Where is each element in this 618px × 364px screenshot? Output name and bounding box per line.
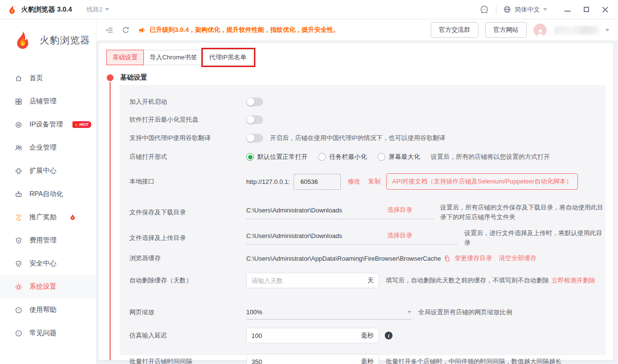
tab-import-chrome-bookmarks[interactable]: 导入Chrome书签 [143, 50, 203, 65]
official-group-button[interactable]: 官方交流群 [431, 22, 478, 38]
radio-label: 默认位置正常打开 [257, 153, 308, 161]
fee-shield-icon: ¥ [14, 237, 23, 245]
main-area: 已升级到3.0.4，架构优化，提升软件性能，指纹优化，提升安全性。 官方交流群 … [97, 19, 618, 364]
divider [496, 6, 496, 14]
robot-icon [14, 190, 23, 198]
api-doc-button[interactable]: API对接文档（支持操作店铺及Selenium/Puppeteer自动化脚本） [386, 173, 578, 190]
minimize-button[interactable] [564, 6, 571, 13]
sidebar-item-security[interactable]: 安全中心 [0, 252, 96, 275]
field-hint: 全局设置所有店铺的网页缩放比例 [418, 308, 512, 317]
sidebar-item-rewards[interactable]: ¥ 推广奖励 ¥ [0, 206, 96, 229]
sidebar-item-home[interactable]: 首页 [0, 67, 96, 90]
globe-icon [503, 5, 511, 14]
row-local-api: 本地接口 http://127.0.0.1: 修改 复制 API对接文档（支持操… [129, 173, 605, 190]
info-tooltip-icon[interactable]: i [385, 332, 393, 339]
collapse-sidebar-icon[interactable] [105, 26, 114, 34]
row-upload-dir: 文件选择及上传目录 C:\Users\Administrator\Downloa… [129, 228, 605, 248]
tab-basic-settings[interactable]: 基础设置 [106, 50, 144, 65]
tab-proxy-ip-blacklist-label: 代理IP黑名单 [209, 54, 246, 61]
refresh-icon[interactable] [122, 26, 130, 34]
row-minimize-tray: 软件打开后最小化至托盘 [129, 115, 605, 124]
chevron-down-icon[interactable] [605, 29, 609, 31]
choose-upload-dir-link[interactable]: 选择目录 [387, 231, 412, 240]
line-selector[interactable]: 线路2 [86, 5, 109, 14]
sidebar: 火豹浏览器 首页 店铺管理 IP设备管理 HOT [0, 19, 97, 364]
local-api-prefix: http://127.0.0.1: [246, 178, 290, 185]
main-header: 已升级到3.0.4，架构优化，提升软件性能，指纹优化，提升安全性。 官方交流群 … [97, 19, 618, 41]
close-button[interactable] [602, 6, 608, 13]
page-zoom-select[interactable]: 100% [246, 305, 411, 320]
download-dir-value: C:\Users\Administrator\Downloads [246, 207, 387, 214]
cache-path-value: C:\Users\Administrator\AppData\Roaming\F… [246, 255, 441, 262]
tab-proxy-ip-blacklist[interactable]: 代理IP黑名单 [203, 50, 253, 65]
detect-delete-link[interactable]: 立即检测并删除 [551, 276, 595, 285]
unit-label: 毫秒 [361, 357, 374, 364]
line-selector-label: 线路2 [86, 5, 102, 14]
modify-port-link[interactable]: 修改 [348, 177, 360, 186]
sidebar-item-label: 费用管理 [29, 236, 56, 245]
field-hint: 批量打开多个店铺时，中间停顿的时间间隔，数值越大间隔越长 [386, 357, 562, 364]
sidebar-item-faq[interactable]: i 常见问题 [0, 322, 96, 345]
support-chat-icon[interactable] [479, 5, 489, 14]
field-label: 文件选择及上传目录 [129, 234, 246, 242]
sidebar-item-system-settings[interactable]: 系统设置 [0, 275, 96, 298]
language-label: 简体中文 [515, 5, 540, 14]
upgrade-notice: 已升级到3.0.4，架构优化，提升软件性能，指纹优化，提升安全性。 [138, 26, 339, 34]
radio-open-maximized[interactable] [378, 153, 385, 161]
megaphone-icon [138, 26, 146, 34]
logo-flame-icon [12, 30, 34, 50]
row-download-dir: 文件保存及下载目录 C:\Users\Administrator\Downloa… [129, 203, 605, 222]
sidebar-item-shops[interactable]: 店铺管理 [0, 90, 96, 113]
input-delay-input[interactable] [252, 332, 358, 339]
svg-text:?: ? [17, 308, 20, 312]
radio-open-normal[interactable] [246, 153, 254, 161]
people-icon [14, 144, 23, 152]
field-label: 支持中国代理IP使用谷歌翻译 [129, 134, 246, 142]
username-blurred [554, 26, 599, 34]
port-input[interactable] [300, 178, 334, 185]
field-label: 本地接口 [129, 177, 246, 186]
svg-text:i: i [18, 331, 19, 336]
home-icon [14, 74, 23, 83]
sidebar-item-help[interactable]: ? 使用帮助 [0, 298, 96, 322]
avatar[interactable] [534, 24, 547, 37]
sidebar-item-label: 系统设置 [29, 282, 56, 291]
chevron-down-icon [105, 8, 109, 11]
batch-interval-input[interactable] [252, 358, 358, 364]
change-cache-dir-link[interactable]: 变更缓存目录 [454, 254, 492, 263]
copy-port-link[interactable]: 复制 [368, 177, 380, 186]
sidebar-item-enterprise[interactable]: 企业管理 [0, 136, 96, 159]
clear-cache-link[interactable]: 清空全部缓存 [499, 254, 536, 263]
radio-open-minimized[interactable] [318, 153, 326, 161]
sidebar-item-ip-devices[interactable]: IP设备管理 HOT [0, 113, 96, 136]
copy-icon[interactable] [444, 255, 450, 262]
field-label: 网页缩放 [129, 308, 246, 317]
row-auto-delete-cache: 自动删除缓存（天数） 天 填写后，自动删除此天数之前的缓存，不填写则不自动删除 … [129, 273, 605, 288]
row-autostart: 加入开机启动 [129, 98, 605, 106]
info-icon: i [14, 329, 23, 337]
maximize-button[interactable] [583, 6, 590, 13]
sidebar-item-billing[interactable]: ¥ 费用管理 [0, 229, 96, 252]
field-hint: 设置后，所有的店铺将以您设置的方式打开 [431, 152, 550, 162]
radio-label: 任务栏最小化 [329, 153, 367, 161]
choose-download-dir-link[interactable]: 选择目录 [387, 206, 412, 214]
unit-label: 天 [367, 276, 374, 285]
official-site-button[interactable]: 官方网站 [485, 22, 527, 38]
page-zoom-value: 100% [246, 308, 407, 316]
notice-text: 已升级到3.0.4，架构优化，提升软件性能，指纹优化，提升安全性。 [150, 26, 339, 34]
field-label: 仿真输入延迟 [129, 331, 246, 340]
row-open-mode: 店铺打开形式 默认位置正常打开 任务栏最小化 屏幕最大化 设置后，所有的店铺将以… [129, 152, 605, 162]
batch-interval-box: 毫秒 [246, 354, 379, 364]
radio-label: 屏幕最大化 [389, 153, 420, 161]
sidebar-item-label: 扩展中心 [29, 167, 56, 175]
minimize-tray-toggle[interactable] [246, 115, 263, 124]
language-selector[interactable]: 简体中文 [503, 5, 547, 14]
hot-badge-label: HOT [79, 122, 88, 127]
auto-delete-days-input[interactable] [252, 277, 365, 284]
sidebar-item-label: IP设备管理 [29, 120, 63, 129]
gear-icon [14, 283, 23, 291]
sidebar-item-extensions[interactable]: 扩展中心 [0, 159, 96, 182]
autostart-toggle[interactable] [246, 98, 263, 106]
sidebar-item-rpa[interactable]: RPA自动化 [0, 182, 96, 206]
cn-proxy-translate-toggle[interactable] [246, 134, 263, 142]
